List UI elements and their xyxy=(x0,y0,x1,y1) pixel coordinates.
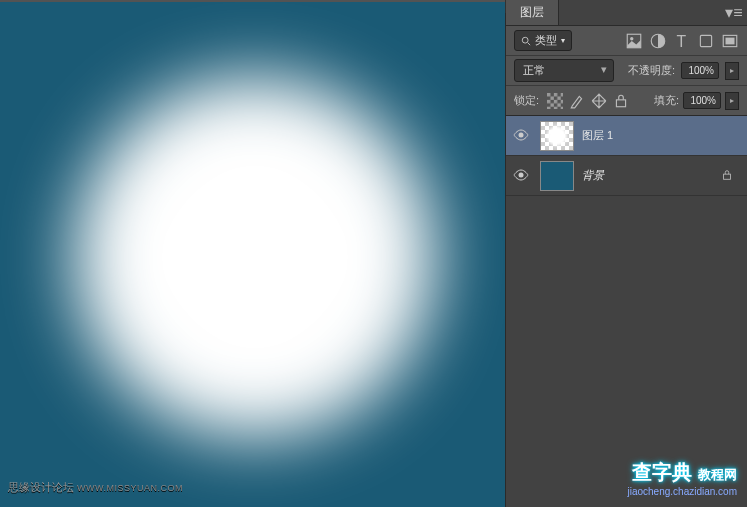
svg-line-1 xyxy=(528,42,531,45)
svg-point-3 xyxy=(630,37,633,40)
blend-mode-value: 正常 xyxy=(523,64,545,76)
lock-position-icon[interactable] xyxy=(591,93,607,109)
blend-mode-row: 正常 不透明度: 100% ▸ xyxy=(506,56,747,86)
lock-row: 锁定: 填充: 100% ▸ xyxy=(506,86,747,116)
layer-thumbnail[interactable] xyxy=(540,121,574,151)
layer-list: 图层 1 背景 xyxy=(506,116,747,507)
layer-thumbnail[interactable] xyxy=(540,161,574,191)
filter-shape-icon[interactable] xyxy=(697,32,715,50)
tab-layers[interactable]: 图层 xyxy=(506,0,559,25)
visibility-toggle-icon[interactable] xyxy=(513,127,529,145)
watermark-right-url: jiaocheng.chazidian.com xyxy=(627,486,737,497)
chevron-down-icon: ▾ xyxy=(561,36,565,45)
filter-type-select[interactable]: 类型 ▾ xyxy=(514,30,572,51)
watermark-left-url: WWW.MISSYUAN.COM xyxy=(77,483,183,493)
layer-item[interactable]: 图层 1 xyxy=(506,116,747,156)
svg-rect-6 xyxy=(700,35,711,46)
svg-rect-12 xyxy=(616,99,625,106)
canvas-artwork xyxy=(75,77,435,437)
blend-mode-select[interactable]: 正常 xyxy=(514,59,614,82)
layer-name[interactable]: 背景 xyxy=(582,168,713,183)
lock-label: 锁定: xyxy=(514,93,539,108)
svg-rect-15 xyxy=(724,174,731,179)
panel-menu-icon[interactable]: ▾≡ xyxy=(727,6,741,20)
layer-item[interactable]: 背景 xyxy=(506,156,747,196)
filter-pixel-icon[interactable] xyxy=(625,32,643,50)
opacity-input[interactable]: 100% xyxy=(681,62,719,79)
svg-text:T: T xyxy=(676,32,686,49)
svg-rect-9 xyxy=(547,93,563,109)
lock-transparency-icon[interactable] xyxy=(547,93,563,109)
canvas-area xyxy=(0,0,505,507)
watermark-right-name: 查字典 xyxy=(632,461,692,483)
search-icon xyxy=(521,36,531,46)
lock-indicator-icon xyxy=(721,167,733,185)
watermark-right: 查字典 教程网 jiaocheng.chazidian.com xyxy=(627,459,737,497)
opacity-dropdown-icon[interactable]: ▸ xyxy=(725,62,739,80)
visibility-toggle-icon[interactable] xyxy=(513,167,529,185)
svg-point-13 xyxy=(519,132,524,137)
fill-dropdown-icon[interactable]: ▸ xyxy=(725,92,739,110)
svg-point-0 xyxy=(522,37,528,43)
layers-panel: 图层 ▾≡ 类型 ▾ T 正常 不透明度: 100% ▸ 锁定: xyxy=(505,0,747,507)
watermark-left-name: 思缘设计论坛 xyxy=(8,481,74,493)
fill-input[interactable]: 100% xyxy=(683,92,721,109)
filter-label: 类型 xyxy=(535,33,557,48)
filter-type-icon[interactable]: T xyxy=(673,32,691,50)
opacity-label: 不透明度: xyxy=(628,63,675,78)
filter-adjustment-icon[interactable] xyxy=(649,32,667,50)
watermark-left: 思缘设计论坛 WWW.MISSYUAN.COM xyxy=(8,480,183,495)
fill-label: 填充: xyxy=(654,93,679,108)
document-canvas[interactable] xyxy=(0,2,505,507)
svg-point-14 xyxy=(519,172,524,177)
layer-name[interactable]: 图层 1 xyxy=(582,128,743,143)
panel-header: 图层 ▾≡ xyxy=(506,0,747,26)
layer-filter-row: 类型 ▾ T xyxy=(506,26,747,56)
lock-pixels-icon[interactable] xyxy=(569,93,585,109)
lock-all-icon[interactable] xyxy=(613,93,629,109)
watermark-right-suffix: 教程网 xyxy=(698,467,737,482)
filter-smart-icon[interactable] xyxy=(721,32,739,50)
svg-rect-8 xyxy=(726,37,735,44)
